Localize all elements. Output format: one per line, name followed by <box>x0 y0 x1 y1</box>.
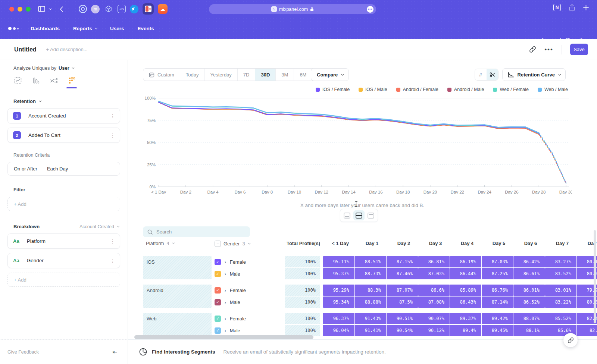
retention-value-cell[interactable]: 95.11% <box>323 256 354 267</box>
day-column-header[interactable]: Day 7 <box>547 241 578 246</box>
gender-row-web-female[interactable]: ✓›Female <box>215 313 279 324</box>
expand-row-icon[interactable]: › <box>225 299 226 305</box>
retention-value-cell[interactable]: 87.14% <box>482 296 513 308</box>
retention-value-cell[interactable]: 83.27% <box>545 256 576 267</box>
legend-item-android-female[interactable]: Android / Female <box>396 87 438 92</box>
url-bar[interactable]: ∴ mixpanel.com ••• <box>209 4 376 14</box>
breakdown-scope-selector[interactable]: Account Created <box>79 224 119 229</box>
retention-value-cell[interactable]: 91.41% <box>355 325 386 336</box>
series-line-web-female[interactable] <box>159 101 539 133</box>
platform-cell-android[interactable]: Android <box>143 285 212 308</box>
retention-value-cell[interactable]: 88.1% <box>513 325 545 336</box>
series-checkbox[interactable]: ✓ <box>215 299 221 305</box>
kebab-menu-icon[interactable]: ⋮ <box>110 113 115 119</box>
retention-criteria-control[interactable]: On or After Each Day <box>7 162 120 176</box>
retention-value-cell[interactable]: 86.61% <box>513 268 545 279</box>
gender-row-android-female[interactable]: ✓›Female <box>215 285 279 296</box>
share-link-fab[interactable] <box>563 333 578 347</box>
series-checkbox[interactable]: ✓ <box>215 327 221 334</box>
retention-value-cell[interactable]: 90.12% <box>418 325 450 336</box>
expand-row-icon[interactable]: › <box>225 316 226 321</box>
horizontal-scrollbar[interactable] <box>134 335 313 339</box>
gender-row-web-male[interactable]: ✓›Male <box>215 325 279 336</box>
gender-select-all-checkbox[interactable]: − <box>215 241 221 247</box>
gender-column-header[interactable]: − Gender3 <box>215 241 250 247</box>
platform-column-header[interactable]: Platform4 <box>146 241 174 246</box>
retention-chart[interactable]: 100%75%50%25%0%< 1 DayDay 2Day 4Day 6Day… <box>143 94 572 199</box>
date-range-30d[interactable]: 30D <box>255 69 276 81</box>
kebab-menu-icon[interactable]: ⋮ <box>110 258 115 263</box>
day-column-header[interactable]: Day 2 <box>388 241 419 246</box>
active-tab-icon[interactable] <box>143 3 154 15</box>
retention-value-cell[interactable]: 87.25% <box>482 268 513 279</box>
retention-value-cell[interactable]: 90.51% <box>387 313 418 324</box>
chart-type-selector[interactable]: Retention Curve <box>502 68 566 81</box>
add-filter-button[interactable]: + Add <box>7 197 120 211</box>
expand-row-icon[interactable]: › <box>225 328 226 333</box>
day-column-header[interactable]: Day 5 <box>483 241 515 246</box>
retention-value-cell[interactable]: 87.07% <box>387 285 418 296</box>
date-range-6m[interactable]: 6M <box>294 69 312 81</box>
breakdown-item-platform[interactable]: AaPlatform⋮ <box>7 233 120 249</box>
give-feedback-link[interactable]: Give Feedback <box>7 349 39 355</box>
retention-value-cell[interactable]: 90.54% <box>387 325 418 336</box>
retention-value-cell[interactable]: 86.81% <box>418 256 450 267</box>
tab-insights[interactable] <box>13 77 22 88</box>
retention-value-cell[interactable]: 86.42% <box>513 256 545 267</box>
retention-value-cell[interactable]: 88.51% <box>355 256 386 267</box>
legend-item-ios-female[interactable]: iOS / Female <box>316 87 350 92</box>
trim-toggle-button[interactable] <box>487 69 498 80</box>
nav-link-users[interactable]: Users <box>110 26 124 31</box>
retention-value-cell[interactable]: 83.52% <box>545 268 576 279</box>
retention-value-cell[interactable]: 87.03% <box>482 256 513 267</box>
retention-value-cell[interactable]: 85.89% <box>450 285 481 296</box>
gender-row-ios-male[interactable]: ✓›Male <box>215 268 279 279</box>
soundcloud-icon[interactable]: ☁ <box>158 4 168 14</box>
table-search-input[interactable] <box>156 229 238 235</box>
retention-value-cell[interactable]: 95.29% <box>323 285 354 296</box>
new-tab-icon[interactable] <box>583 5 589 10</box>
layout-table-only-button[interactable] <box>365 210 376 220</box>
retention-step-added-to-cart[interactable]: 2Added To Cart⋮ <box>7 128 120 143</box>
retention-value-cell[interactable]: 89.4% <box>450 325 481 336</box>
kebab-menu-icon[interactable]: ⋮ <box>110 133 115 138</box>
retention-value-cell[interactable]: 88.3% <box>355 285 386 296</box>
layout-split-button[interactable] <box>353 210 365 220</box>
expand-row-icon[interactable]: › <box>225 259 226 264</box>
gender-row-ios-female[interactable]: ✓›Female <box>215 256 279 267</box>
retention-section-heading[interactable]: Retention <box>13 98 36 104</box>
day-column-header[interactable]: Day 1 <box>356 241 388 246</box>
expand-row-icon[interactable]: › <box>225 271 226 276</box>
add-breakdown-button[interactable]: + Add <box>7 273 120 287</box>
expand-row-icon[interactable]: › <box>225 288 226 293</box>
table-search[interactable] <box>143 226 250 237</box>
avatar-m-icon[interactable]: m <box>91 5 100 13</box>
criteria-interval[interactable]: Each Day <box>47 166 68 172</box>
kebab-menu-icon[interactable]: ⋮ <box>110 239 115 244</box>
bird-icon[interactable] <box>130 5 138 13</box>
legend-item-android-male[interactable]: Android / Male <box>447 87 484 92</box>
copy-link-icon[interactable] <box>529 46 536 53</box>
tab-flows[interactable] <box>49 77 58 88</box>
date-range-3m[interactable]: 3M <box>276 69 294 81</box>
retention-value-cell[interactable]: 86.19% <box>450 256 481 267</box>
mixpanel-logo[interactable] <box>8 27 19 30</box>
retention-value-cell[interactable]: 88.07% <box>513 313 545 324</box>
retention-value-cell[interactable]: 88.88% <box>355 296 386 308</box>
js-icon[interactable]: JS <box>118 5 126 13</box>
gender-row-android-male[interactable]: ✓›Male <box>215 296 279 308</box>
retention-value-cell[interactable]: 86.52% <box>513 296 545 308</box>
retention-value-cell[interactable]: 82.5% <box>577 325 597 336</box>
retention-value-cell[interactable]: 83.01% <box>545 285 576 296</box>
retention-value-cell[interactable]: 91.43% <box>355 313 386 324</box>
target-icon[interactable] <box>79 5 87 13</box>
nav-link-events[interactable]: Events <box>138 26 154 31</box>
day-column-header[interactable]: Day 4 <box>451 241 483 246</box>
retention-value-cell[interactable]: 83.22% <box>545 296 576 308</box>
date-range-custom[interactable]: Custom <box>143 69 180 81</box>
series-checkbox[interactable]: ✓ <box>215 259 221 265</box>
retention-value-cell[interactable]: 87.03% <box>418 268 450 279</box>
grid-toggle-button[interactable]: # <box>475 69 487 80</box>
nav-link-reports[interactable]: Reports <box>73 26 97 31</box>
retention-step-account-created[interactable]: 1Account Created⋮ <box>7 108 120 123</box>
